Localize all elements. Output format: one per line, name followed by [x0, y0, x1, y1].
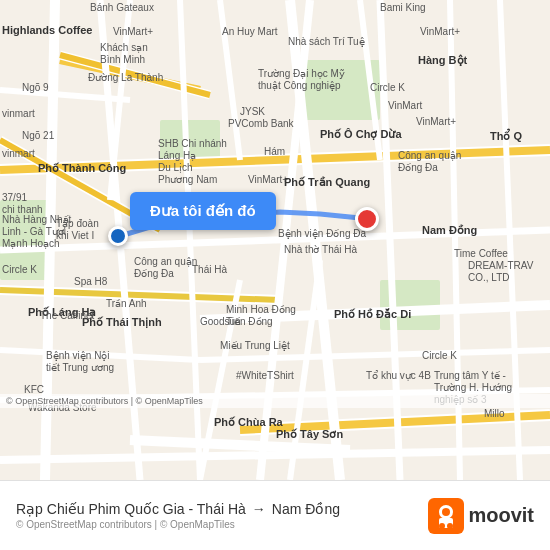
- map-labels: Highlands Coffee Bánh Gateaux VinMart+ K…: [0, 0, 550, 480]
- label-truong-dh: Trường Đại học Mỹthuật Công nghiệp: [258, 68, 345, 92]
- label-bami-king: Bami King: [380, 2, 426, 13]
- label-circle-k-3: Circle K: [422, 350, 457, 361]
- footer-origin: Rạp Chiếu Phim Quốc Gia - Thái Hà: [16, 501, 246, 517]
- label-khach-san: Khách sạnBình Minh: [100, 42, 148, 66]
- label-pho-chua-ra: Phố Chùa Ra: [214, 416, 283, 429]
- label-ngo-21: Ngõ 21: [22, 130, 54, 141]
- label-time-coffee: Time Coffee: [454, 248, 508, 259]
- label-millo: Millo: [484, 408, 505, 419]
- label-pho-o-cho-dua: Phố Ô Chợ Dừa: [320, 128, 402, 141]
- label-caffinet: The Caffinet: [40, 310, 94, 321]
- label-vinmart-7: VinMart+: [248, 174, 288, 185]
- label-circle-k-1: Circle K: [370, 82, 405, 93]
- svg-point-43: [442, 508, 450, 516]
- footer-arrow: →: [252, 501, 266, 517]
- label-white-tshirt: #WhiteTShirt: [236, 370, 294, 381]
- label-nam-dong: Nam Đồng: [422, 224, 477, 237]
- label-duong-la-thanh: Đường La Thành: [88, 72, 163, 83]
- map-container: Highlands Coffee Bánh Gateaux VinMart+ K…: [0, 0, 550, 480]
- label-vinmart-2: VinMart+: [420, 26, 460, 37]
- footer-destination: Nam Đồng: [272, 501, 340, 517]
- footer-copyright: © OpenStreetMap contributors | © OpenMap…: [16, 519, 420, 530]
- label-tran-anh: Trần Anh: [106, 298, 147, 309]
- label-minh-hoa: Minh Hoa ĐồngTiến Đồng: [226, 304, 296, 328]
- map-attribution: © OpenStreetMap contributors | © OpenMap…: [0, 394, 550, 408]
- label-tap-doan: Tập đoànkhi Viet I: [56, 218, 99, 242]
- moovit-logo: moovit: [428, 498, 534, 534]
- label-dream-trav: DREAM-TRAVCO., LTD: [468, 260, 533, 284]
- svg-point-41: [439, 523, 445, 529]
- footer-left: Rạp Chiếu Phim Quốc Gia - Thái Hà → Nam …: [16, 501, 420, 530]
- navigate-button[interactable]: Đưa tôi đến đó: [130, 192, 276, 230]
- label-spa: Spa H8: [74, 276, 107, 287]
- label-ham: Hám: [264, 146, 285, 157]
- svg-point-42: [447, 523, 453, 529]
- label-to-khu-vuc: Tổ khu vực 4B: [366, 370, 431, 381]
- label-du-lich: Du LịchPhương Nam: [158, 162, 217, 186]
- label-tho-q: Thổ Q: [490, 130, 522, 143]
- label-an-huy-mart: An Huy Mart: [222, 26, 278, 37]
- footer-route-row: Rạp Chiếu Phim Quốc Gia - Thái Hà → Nam …: [16, 501, 420, 517]
- label-banh-gateaux: Bánh Gateaux: [90, 2, 154, 13]
- label-pho-ho-dac-di: Phố Hồ Đắc Di: [334, 308, 411, 321]
- label-pvcomb: PVComb Bank: [228, 118, 294, 129]
- label-ngo-9: Ngõ 9: [22, 82, 49, 93]
- label-37-91: 37/91chi thanh: [2, 192, 43, 216]
- label-nha-sach: Nhà sách Trí Tuệ: [288, 36, 365, 47]
- label-vinmart-4: vinmart: [2, 108, 35, 119]
- label-benh-vien-dong-da: Bệnh viện Đống Đa: [278, 228, 366, 239]
- moovit-brand: moovit: [468, 504, 534, 527]
- moovit-icon: [428, 498, 464, 534]
- label-circle-k-2: Circle K: [2, 264, 37, 275]
- footer: Rạp Chiếu Phim Quốc Gia - Thái Hà → Nam …: [0, 480, 550, 550]
- destination-marker: [355, 207, 379, 231]
- label-pho-tran-quang: Phố Trần Quang: [284, 176, 370, 189]
- label-benh-vien-noi: Bệnh viện Nộitiết Trung ương: [46, 350, 114, 374]
- label-vinmart-5: VinMart+: [416, 116, 456, 127]
- label-nha-tho: Nhà thờ Thái Hà: [284, 244, 357, 255]
- label-pho-tay-son: Phố Tây Sơn: [276, 428, 343, 441]
- origin-marker: [108, 226, 128, 246]
- label-shb: SHB Chi nhánhLáng Hạ: [158, 138, 227, 162]
- label-mieu-trung-liet: Miếu Trung Liệt: [220, 340, 290, 351]
- label-vinmart-3: VinMart: [388, 100, 422, 111]
- label-hang-bot: Hàng Bột: [418, 54, 467, 67]
- label-vinmart-6: vinmart: [2, 148, 35, 159]
- label-vinmart-1: VinMart+: [113, 26, 153, 37]
- label-cong-an-2: Công an quậnĐống Đa: [134, 256, 197, 280]
- label-cong-an-1: Công an quậnĐống Đa: [398, 150, 461, 174]
- label-thai-ha: Thái Hà: [192, 264, 227, 275]
- label-pho-thanh-cong: Phố Thành Công: [38, 162, 126, 175]
- label-jysk: JYSK: [240, 106, 265, 117]
- label-highlands-coffee: Highlands Coffee: [2, 24, 92, 36]
